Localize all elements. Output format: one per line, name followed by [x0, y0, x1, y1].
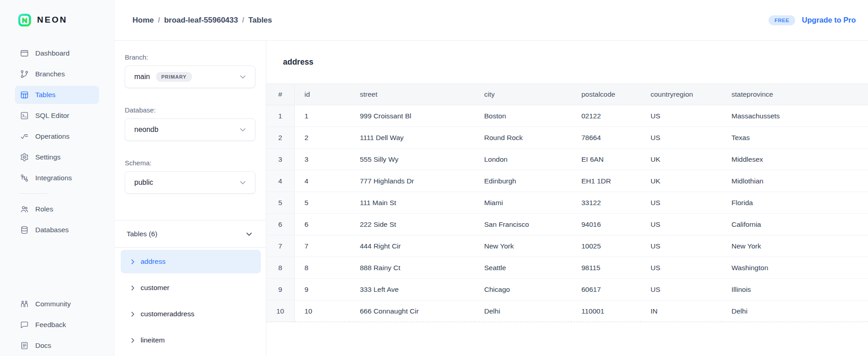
breadcrumb: Home/broad-leaf-55960433/Tables — [132, 16, 272, 25]
table-cell: Boston — [474, 105, 571, 127]
table-cell: Edinburgh — [474, 170, 571, 192]
table-cell: 10025 — [571, 235, 641, 257]
table-cell: Seattle — [474, 257, 571, 279]
table-cell: 3 — [294, 149, 350, 170]
neon-logo[interactable]: NEON — [18, 13, 114, 27]
table-cell: 777 Highlands Dr — [350, 170, 474, 192]
chevron-right-icon — [129, 285, 136, 291]
table-cell: Illinois — [722, 279, 868, 300]
column-header-countryregion: countryregion — [641, 84, 722, 105]
content-area: Home/broad-leaf-55960433/Tables FREE Upg… — [114, 0, 868, 356]
sidebar-item-label: Settings — [35, 153, 61, 161]
sidebar-item-label: Community — [35, 300, 71, 308]
table-cell: Delhi — [474, 300, 571, 322]
table-cell: Midlothian — [722, 170, 868, 192]
operations-icon — [20, 132, 29, 141]
feedback-icon — [20, 320, 29, 329]
table-cell: EH1 1DR — [571, 170, 641, 192]
column-header-row-number: # — [266, 84, 294, 105]
row-number-cell: 6 — [266, 214, 294, 235]
table-cell: 555 Silly Wy — [350, 149, 474, 170]
table-cell: London — [474, 149, 571, 170]
upgrade-to-pro-link[interactable]: Upgrade to Pro — [802, 16, 856, 24]
table-cell: Florida — [722, 192, 868, 214]
table-cell: EI 6AN — [571, 149, 641, 170]
table-cell: 94016 — [571, 214, 641, 235]
table-item-label: address — [141, 258, 165, 266]
table-header-row: #idstreetcitypostalcodecountryregionstat… — [266, 84, 868, 105]
table-cell: New York — [474, 235, 571, 257]
sidebar: NEON DashboardBranchesTablesSQL EditorOp… — [0, 0, 114, 356]
table-row: 11999 Croissant BlBoston02122USMassachus… — [266, 105, 868, 127]
breadcrumb-link-home[interactable]: Home — [132, 16, 154, 25]
database-select[interactable]: neondb — [125, 118, 255, 141]
sidebar-item-settings[interactable]: Settings — [15, 148, 99, 166]
table-cell: 78664 — [571, 127, 641, 149]
schema-select[interactable]: public — [125, 171, 255, 194]
sidebar-nav-bottom: CommunityFeedbackDocs — [0, 294, 114, 356]
table-item-address[interactable]: address — [121, 250, 261, 273]
sidebar-spacer — [0, 240, 114, 294]
sidebar-item-feedback[interactable]: Feedback — [15, 316, 99, 334]
topbar-right: FREE Upgrade to Pro — [769, 15, 856, 25]
sidebar-item-branches[interactable]: Branches — [15, 65, 99, 83]
column-header-street: street — [350, 84, 474, 105]
breadcrumb-link-broad-leaf-55960433[interactable]: broad-leaf-55960433 — [164, 16, 238, 25]
branch-field: Branch: main PRIMARY — [125, 53, 255, 88]
table-row: 55111 Main StMiami33122USFlorida — [266, 192, 868, 214]
community-icon — [20, 300, 29, 309]
sidebar-item-tables[interactable]: Tables — [15, 86, 99, 104]
chevron-right-icon — [129, 311, 136, 318]
sidebar-divider — [19, 193, 47, 194]
chevron-down-icon — [245, 230, 254, 239]
sidebar-item-label: Branches — [35, 70, 65, 78]
schema-label: Schema: — [125, 159, 255, 167]
schema-field: Schema: public — [125, 159, 255, 194]
sidebar-item-operations[interactable]: Operations — [15, 127, 99, 145]
sidebar-item-docs[interactable]: Docs — [15, 337, 99, 355]
table-cell: California — [722, 214, 868, 235]
brand-wordmark: NEON — [37, 15, 67, 25]
docs-icon — [20, 341, 29, 350]
row-number-cell: 3 — [266, 149, 294, 170]
table-cell: 60617 — [571, 279, 641, 300]
breadcrumb-separator: / — [158, 16, 160, 25]
sidebar-item-community[interactable]: Community — [15, 295, 99, 313]
table-item-customer[interactable]: customer — [121, 276, 261, 300]
sidebar-item-sql-editor[interactable]: SQL Editor — [15, 107, 99, 125]
table-cell: 1 — [294, 105, 350, 127]
sidebar-item-dashboard[interactable]: Dashboard — [15, 44, 99, 62]
table-item-customeraddress[interactable]: customeraddress — [121, 302, 261, 326]
table-cell: Washington — [722, 257, 868, 279]
table-cell: 222 Side St — [350, 214, 474, 235]
branch-select[interactable]: main PRIMARY — [125, 66, 255, 88]
column-header-id: id — [294, 84, 350, 105]
table-cell: 110001 — [571, 300, 641, 322]
breadcrumb-link-tables[interactable]: Tables — [248, 16, 272, 25]
row-number-cell: 9 — [266, 279, 294, 300]
table-cell: US — [641, 214, 722, 235]
table-cell: 4 — [294, 170, 350, 192]
table-cell: Massachussets — [722, 105, 868, 127]
sidebar-item-integrations[interactable]: Integrations — [15, 169, 99, 187]
sidebar-item-label: Operations — [35, 132, 70, 141]
tables-section-header[interactable]: Tables (6) — [114, 220, 266, 248]
table-row: 221111 Dell WayRound Rock78664USTexas — [266, 127, 868, 149]
table-cell: 333 Left Ave — [350, 279, 474, 300]
table-row: 99333 Left AveChicago60617USIllinois — [266, 279, 868, 300]
table-cell: New York — [722, 235, 868, 257]
row-number-cell: 10 — [266, 300, 294, 322]
sidebar-item-label: Databases — [35, 226, 69, 234]
sidebar-item-roles[interactable]: Roles — [15, 200, 99, 218]
table-item-lineitem[interactable]: lineitem — [121, 328, 261, 352]
table-cell: UK — [641, 149, 722, 170]
users-icon — [20, 205, 29, 214]
table-cell: 1111 Dell Way — [350, 127, 474, 149]
row-number-cell: 2 — [266, 127, 294, 149]
sidebar-item-label: Feedback — [35, 321, 66, 329]
column-header-postalcode: postalcode — [571, 84, 641, 105]
sidebar-item-databases[interactable]: Databases — [15, 221, 99, 239]
database-select-value: neondb — [134, 126, 158, 134]
table-cell: Middlesex — [722, 149, 868, 170]
table-cell: San Francisco — [474, 214, 571, 235]
